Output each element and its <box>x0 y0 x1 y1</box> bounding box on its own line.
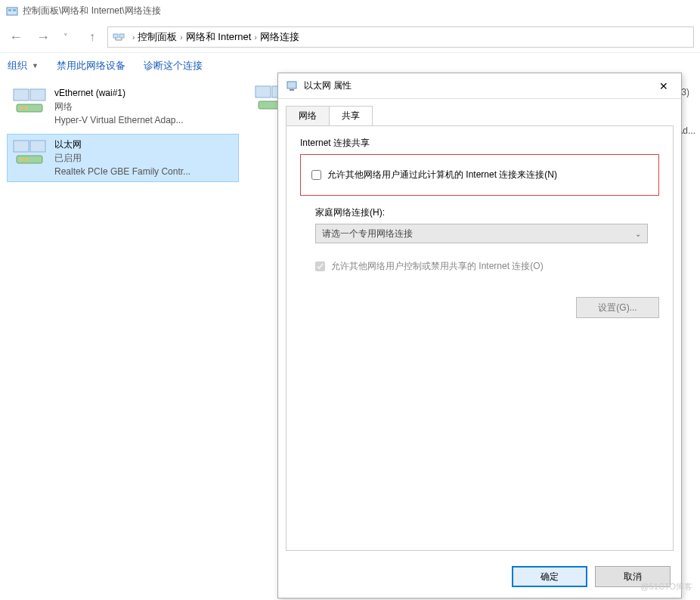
ok-button[interactable]: 确定 <box>512 566 587 587</box>
tab-network[interactable]: 网络 <box>286 106 330 126</box>
svg-rect-11 <box>20 107 23 110</box>
svg-rect-13 <box>14 141 29 152</box>
nav-up-icon[interactable]: ↑ <box>89 30 95 44</box>
crumb-control-panel[interactable]: 控制面板 <box>138 30 177 44</box>
tab-sharing[interactable]: 共享 <box>330 106 373 126</box>
close-icon: ✕ <box>659 80 668 92</box>
ethernet-properties-dialog: 以太网 属性 ✕ 网络 共享 Internet 连接共享 允许其他网络用户通过此… <box>277 73 682 598</box>
nav-forward-icon[interactable]: → <box>36 29 50 45</box>
close-button[interactable]: ✕ <box>646 73 681 98</box>
chevron-down-icon: ▼ <box>32 62 39 70</box>
dialog-title-bar: 以太网 属性 ✕ <box>278 73 681 99</box>
network-adapter-icon <box>12 86 48 118</box>
adapter-info: vEthernet (wai#1) 网络 Hyper-V Virtual Eth… <box>54 86 184 127</box>
diagnose-connection-button[interactable]: 诊断这个连接 <box>144 59 203 73</box>
nav-back-icon[interactable]: ← <box>9 29 23 45</box>
allow-sharing-label: 允许其他网络用户通过此计算机的 Internet 连接来连接(N) <box>327 169 557 181</box>
crumb-network-internet[interactable]: 网络和 Internet <box>186 30 252 44</box>
adapter-name: 以太网 <box>54 138 190 151</box>
settings-button: 设置(G)... <box>576 297 659 318</box>
chevron-down-icon: ⌄ <box>635 230 641 238</box>
adapter-description: Realtek PCIe GBE Family Contr... <box>54 165 190 178</box>
window-title-bar: 控制面板\网络和 Internet\网络连接 <box>0 0 700 22</box>
address-bar[interactable]: › 控制面板 › 网络和 Internet › 网络连接 <box>107 26 694 48</box>
home-network-combo[interactable]: 请选一个专用网络连接 ⌄ <box>315 224 648 243</box>
home-network-label: 家庭网络连接(H): <box>315 206 659 219</box>
adapter-item[interactable]: vEthernet (wai#1) 网络 Hyper-V Virtual Eth… <box>8 83 238 130</box>
svg-rect-2 <box>13 9 16 11</box>
network-adapter-icon <box>12 138 48 169</box>
navigation-row: ← → ˅ ↑ › 控制面板 › 网络和 Internet › 网络连接 <box>0 22 700 52</box>
adapter-item[interactable]: 以太网 已启用 Realtek PCIe GBE Family Contr... <box>8 135 238 181</box>
adapter-description: Hyper-V Virtual Ethernet Adap... <box>54 113 184 127</box>
watermark: @51CTO博客 <box>641 581 692 592</box>
sharing-tab-pane: Internet 连接共享 允许其他网络用户通过此计算机的 Internet 连… <box>286 125 674 551</box>
network-connections-icon <box>113 31 125 43</box>
adapter-status: 网络 <box>54 100 184 113</box>
disable-device-button[interactable]: 禁用此网络设备 <box>57 59 125 73</box>
allow-control-label: 允许其他网络用户控制或禁用共享的 Internet 连接(O) <box>331 260 544 273</box>
group-label: Internet 连接共享 <box>300 137 659 150</box>
highlighted-option-box: 允许其他网络用户通过此计算机的 Internet 连接来连接(N) <box>300 154 659 196</box>
chevron-right-icon: › <box>180 33 182 42</box>
svg-rect-14 <box>30 141 45 152</box>
adapter-name: vEthernet (wai#1) <box>54 86 184 100</box>
svg-rect-12 <box>25 107 28 110</box>
chevron-right-icon: › <box>132 33 135 42</box>
svg-rect-18 <box>256 86 271 97</box>
nav-recent-icon[interactable]: ˅ <box>63 32 68 42</box>
allow-control-checkbox <box>315 261 325 271</box>
dialog-body: 网络 共享 Internet 连接共享 允许其他网络用户通过此计算机的 Inte… <box>278 99 681 558</box>
adapter-info: 以太网 已启用 Realtek PCIe GBE Family Contr... <box>54 138 190 178</box>
svg-rect-16 <box>20 158 23 161</box>
adapter-status: 已启用 <box>54 151 190 165</box>
svg-rect-22 <box>290 89 294 91</box>
allow-control-checkbox-row: 允许其他网络用户控制或禁用共享的 Internet 连接(O) <box>315 260 659 273</box>
organize-button[interactable]: 组织▼ <box>8 59 39 73</box>
crumb-network-connections[interactable]: 网络连接 <box>260 30 299 44</box>
chevron-right-icon: › <box>254 33 256 42</box>
dialog-button-row: 确定 取消 <box>278 558 681 598</box>
svg-rect-21 <box>287 82 296 88</box>
allow-sharing-checkbox-row[interactable]: 允许其他网络用户通过此计算机的 Internet 连接来连接(N) <box>311 169 648 181</box>
nav-arrows: ← → ˅ ↑ <box>6 29 103 45</box>
combo-selected-text: 请选一个专用网络连接 <box>322 227 413 240</box>
svg-rect-4 <box>119 34 124 38</box>
tab-strip: 网络 共享 <box>286 105 674 125</box>
svg-rect-8 <box>14 89 29 101</box>
ethernet-icon <box>286 80 298 92</box>
dialog-title-text: 以太网 属性 <box>304 79 352 92</box>
allow-sharing-checkbox[interactable] <box>311 170 321 180</box>
control-panel-icon <box>6 5 18 17</box>
svg-rect-17 <box>25 158 28 161</box>
svg-rect-1 <box>8 9 11 11</box>
svg-rect-9 <box>30 89 45 101</box>
window-title-text: 控制面板\网络和 Internet\网络连接 <box>23 5 161 17</box>
svg-rect-3 <box>113 34 118 38</box>
